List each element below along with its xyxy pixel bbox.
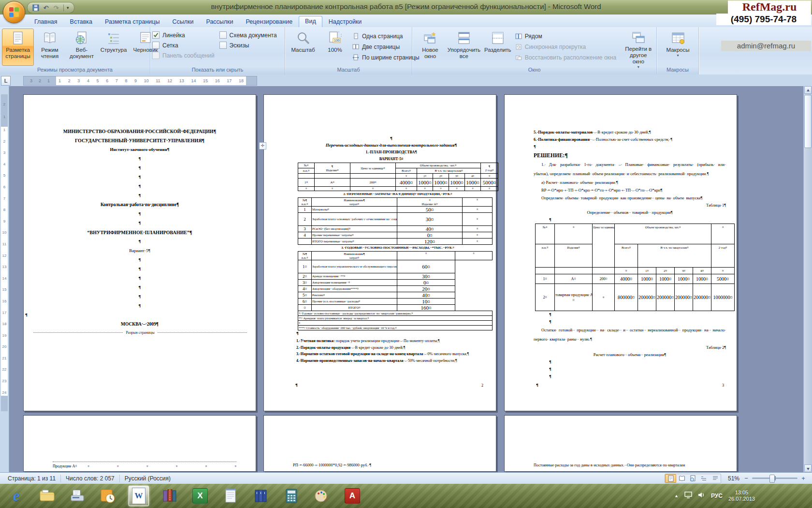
arrange-all-button[interactable]: Упорядочить все	[446, 29, 482, 66]
two-pages-button[interactable]: Две страницы	[352, 42, 420, 51]
table-row: ИТОГО·переменные··затраты¤ 120¤ ¤	[298, 239, 493, 245]
display-tray-icon[interactable]	[684, 492, 692, 500]
status-word-count[interactable]: Число слов: 2 057	[61, 475, 119, 482]
tab-home[interactable]: Главная	[28, 16, 64, 27]
vertical-ruler[interactable]: 21 1234567891011121314151617181920212223…	[0, 86, 9, 472]
language-indicator[interactable]: РУС	[711, 493, 723, 499]
switch-windows-button[interactable]: Перейти в другое окно ▾	[622, 29, 655, 66]
doc-paragraph: Остатки· готовой·· продукции·· на· склад…	[534, 326, 726, 344]
pilcrow-mark: ¶	[24, 265, 256, 274]
qat-customize-button[interactable]: ▾	[67, 5, 69, 10]
document-page-3[interactable]: 5.·Порядок·оплаты·материалов·–·В·кредит·…	[504, 94, 737, 411]
split-button[interactable]: Разделить	[482, 29, 514, 66]
zoom-level[interactable]: 51%	[725, 475, 740, 482]
synchronous-scrolling-button: Синхронная прокрутка	[515, 42, 621, 51]
two-pages-icon	[352, 43, 360, 51]
office-button[interactable]	[3, 1, 25, 23]
taskbar: e W X A ▲ РУС 13:05 26.07.2013	[0, 484, 812, 508]
new-window-icon	[422, 30, 438, 46]
table-move-handle[interactable]: ✛	[259, 142, 266, 149]
print-layout-view-button[interactable]	[665, 474, 676, 483]
tab-mailings[interactable]: Рассылки	[200, 16, 239, 27]
taskbar-notepad-icon[interactable]	[221, 486, 240, 506]
ribbon: Разметка страницы Режим чтения Веб-докум…	[0, 27, 812, 75]
volume-tray-icon[interactable]	[698, 492, 705, 500]
redo-button[interactable]: ↷	[52, 3, 60, 12]
doc-line: Продукция·А¤	[53, 464, 77, 468]
tab-review[interactable]: Рецензирование	[240, 16, 299, 27]
pilcrow-mark: ¶	[549, 311, 726, 318]
document-page-2[interactable]: ✛ ¶ Перечень·исходных·данных·для·выполне…	[263, 94, 496, 411]
document-page-5[interactable]: РП·=·66000·+·1000000*0,92·=·986000·руб.·…	[263, 415, 496, 472]
taskbar-winrar-icon[interactable]	[160, 486, 179, 506]
document-page-4[interactable]: Продукция·А¤ ¤¤¤¤¤¤	[23, 415, 256, 472]
zoom-out-button[interactable]: −	[743, 475, 749, 482]
doc-paragraph: Постоянные·расходы·за·год·даны·в·исходны…	[534, 463, 725, 467]
scroll-up-icon[interactable]	[804, 86, 812, 94]
document-area[interactable]: 21 1234567891011121314151617181920212223…	[0, 86, 812, 472]
tab-stop-selector[interactable]: L	[1, 76, 11, 86]
split-window-icon	[490, 30, 506, 46]
table-row: 3 РСиЭО··(без·амортизации)¤ 40¤ ¤	[298, 226, 493, 232]
web-layout-button[interactable]: Веб-документ	[66, 29, 98, 66]
scrollbar-thumb[interactable]	[804, 95, 812, 148]
taskbar-calculator-icon[interactable]	[282, 486, 301, 506]
new-window-button[interactable]: Новое окно	[414, 29, 446, 66]
document-map-checkbox[interactable]: Схема документа	[219, 30, 277, 40]
zoom-slider-thumb[interactable]	[769, 475, 775, 483]
outline-view-button[interactable]	[698, 474, 710, 483]
zoom-slider[interactable]: − +	[743, 475, 806, 482]
view-side-by-side-button[interactable]: Рядом	[515, 31, 621, 41]
pilcrow-mark: ¶	[549, 359, 726, 366]
tab-view[interactable]: Вид	[299, 16, 322, 27]
taskbar-internet-explorer-icon[interactable]: e	[7, 486, 26, 506]
zoom-button[interactable]: Масштаб	[287, 29, 319, 66]
taskbar-excel-icon[interactable]: X	[190, 486, 210, 506]
horizontal-ruler[interactable]: 321 123456789101112131415161718	[23, 76, 257, 86]
tab-references[interactable]: Ссылки	[166, 16, 200, 27]
solution-heading: РЕШЕНИЕ:¶	[534, 150, 726, 160]
page-width-button[interactable]: По ширине страницы	[352, 53, 420, 62]
tray-expand-icon[interactable]: ▲	[674, 493, 679, 498]
web-layout-view-button[interactable]	[687, 474, 698, 483]
fullscreen-view-button[interactable]	[676, 474, 687, 483]
tab-insert[interactable]: Вставка	[64, 16, 99, 27]
undo-button[interactable]: ↶	[42, 3, 50, 12]
fullscreen-reading-button[interactable]: Режим чтения	[34, 29, 66, 66]
taskbar-scanner-icon[interactable]	[68, 486, 87, 506]
thumbnails-checkbox[interactable]: Эскизы	[219, 40, 277, 50]
save-button[interactable]	[31, 3, 40, 12]
ribbon-group-show-hide: Линейка Сетка Панель сообщений Схема док…	[150, 27, 285, 75]
gridlines-checkbox[interactable]: Сетка	[152, 40, 215, 50]
tab-addins[interactable]: Надстройки	[322, 16, 368, 27]
one-page-button[interactable]: Одна страница	[352, 31, 420, 41]
taskbar-explorer-icon[interactable]	[37, 486, 57, 506]
scroll-down-icon[interactable]	[804, 464, 812, 472]
vertical-scrollbar[interactable]	[803, 86, 812, 472]
section-heading: 2.·ПЕРЕМЕННЫЕ··ЗАТРАТЫ··НА·ЕДИНИЦУ·ПРОДУ…	[298, 191, 498, 197]
taskbar-paint-icon[interactable]	[312, 486, 332, 506]
zoom-slider-track[interactable]	[752, 478, 798, 479]
document-page-6[interactable]: Постоянные·расходы·за·год·даны·в·исходны…	[504, 415, 737, 472]
taskbar-word-icon[interactable]: W	[129, 486, 149, 506]
zoom-100-button[interactable]: 100 100%	[319, 29, 351, 66]
arrange-windows-icon	[456, 30, 472, 46]
status-page-indicator[interactable]: Страница: 1 из 11	[3, 475, 60, 482]
table-row: 2 Заработная·плата·основных··рабочих·с·о…	[298, 213, 493, 226]
taskbar-clock[interactable]: 13:05 26.07.2013	[728, 490, 755, 502]
print-layout-button[interactable]: Разметка страницы	[2, 29, 34, 66]
taskbar-library-icon[interactable]	[251, 486, 271, 506]
zoom-in-button[interactable]: +	[800, 475, 806, 482]
status-language[interactable]: Русский (Россия)	[120, 475, 175, 482]
ruler-checkbox[interactable]: Линейка	[152, 30, 215, 40]
taskbar-acrobat-icon[interactable]: A	[343, 486, 362, 506]
table-header-row: №¤ ¶ Изделие¤ Цена·за·единицу¤ Объем·про…	[298, 163, 498, 168]
document-page-1[interactable]: МИНИСТЕРСТВО·ОБРАЗОВАНИЯ·РОССИЙСКОЙ·ФЕДЕ…	[23, 94, 256, 411]
draft-view-button[interactable]	[710, 474, 721, 483]
taskbar-outlook-icon[interactable]	[98, 486, 117, 506]
outline-view-button[interactable]: Структура	[98, 29, 130, 66]
tab-page-layout[interactable]: Разметка страницы	[99, 16, 166, 27]
page-width-icon	[352, 54, 360, 61]
checkbox-checked-icon	[152, 31, 160, 39]
macros-button[interactable]: Макросы ▾	[662, 29, 694, 66]
